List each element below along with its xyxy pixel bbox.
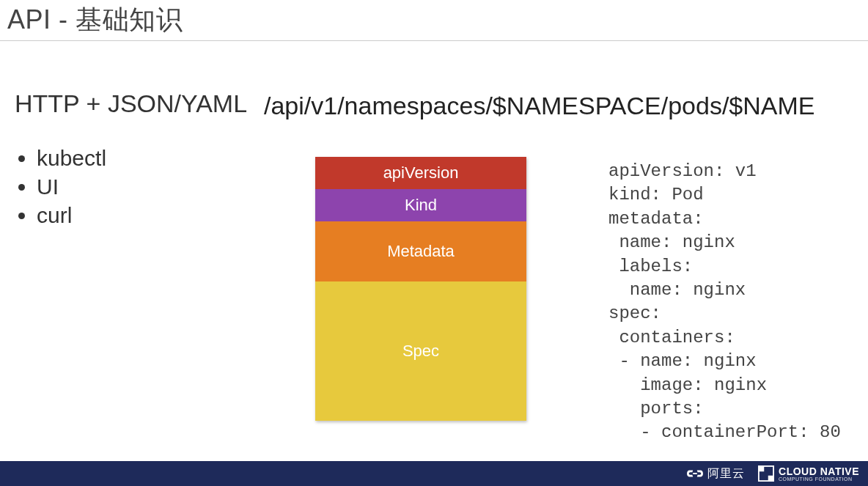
list-item: curl — [37, 201, 106, 229]
aliyun-icon — [687, 465, 703, 482]
tool-list: kubectl UI curl — [15, 144, 106, 229]
title-underline — [0, 40, 868, 41]
slide: API - 基础知识 HTTP + JSON/YAML kubectl UI c… — [0, 0, 868, 486]
stack-layer-metadata: Metadata — [315, 221, 526, 281]
svg-rect-1 — [759, 466, 764, 471]
cncf-sub-label: COMPUTING FOUNDATION — [779, 476, 859, 482]
page-title: API - 基础知识 — [7, 2, 183, 38]
stack-layer-spec: Spec — [315, 281, 526, 421]
svg-rect-2 — [768, 476, 773, 481]
subheading-http: HTTP + JSON/YAML — [15, 89, 247, 118]
list-item: UI — [37, 172, 106, 201]
yaml-example: apiVersion: v1 kind: Pod metadata: name:… — [608, 160, 841, 445]
title-bar: API - 基础知识 — [0, 0, 868, 40]
stack-layer-kind: Kind — [315, 189, 526, 221]
resource-stack: apiVersion Kind Metadata Spec — [315, 157, 526, 421]
cncf-logo: CLOUD NATIVE COMPUTING FOUNDATION — [758, 465, 859, 482]
aliyun-label: 阿里云 — [707, 466, 745, 482]
aliyun-logo: 阿里云 — [687, 465, 745, 482]
list-item: kubectl — [37, 144, 106, 172]
cncf-text: CLOUD NATIVE COMPUTING FOUNDATION — [779, 466, 859, 482]
footer-bar: 阿里云 CLOUD NATIVE COMPUTING FOUNDATION — [0, 461, 868, 486]
cncf-main-label: CLOUD NATIVE — [779, 466, 859, 476]
cncf-icon — [758, 465, 774, 482]
api-path: /api/v1/namespaces/$NAMESPACE/pods/$NAME — [264, 92, 815, 120]
stack-layer-apiversion: apiVersion — [315, 157, 526, 189]
